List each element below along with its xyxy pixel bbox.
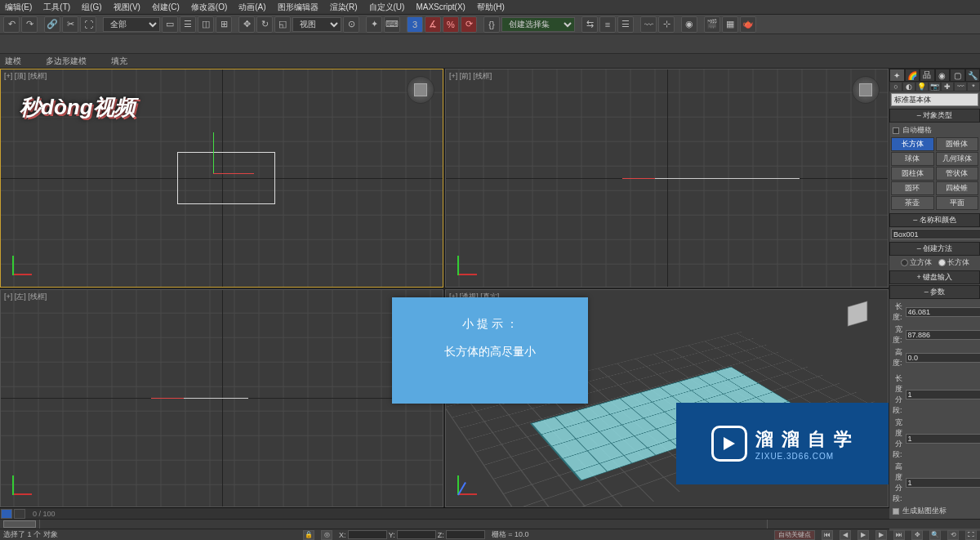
primitive-category[interactable]: 标准基本体 xyxy=(891,93,978,106)
sub-lights-icon[interactable]: 💡 xyxy=(915,82,929,91)
render-setup-button[interactable]: 🎬 xyxy=(704,16,720,33)
object-name-field[interactable] xyxy=(891,229,980,239)
coord-z-field[interactable] xyxy=(446,530,485,539)
width-segs-field[interactable] xyxy=(906,434,980,444)
coord-y-field[interactable] xyxy=(397,530,436,539)
unlink-button[interactable]: ✂ xyxy=(62,16,78,33)
named-sets-button[interactable]: {} xyxy=(483,16,500,33)
auto-key-button[interactable]: 自动关键点 xyxy=(774,530,815,540)
rollout-name-color[interactable]: – 名称和颜色 xyxy=(889,213,980,227)
sub-systems-icon[interactable]: * xyxy=(967,82,980,91)
viewport-label[interactable]: [+] [前] [线框] xyxy=(449,71,492,82)
sub-shapes-icon[interactable]: ◐ xyxy=(902,82,915,91)
auto-grid-check[interactable]: 自动栅格 xyxy=(891,124,978,136)
tab-motion-icon[interactable]: ◉ xyxy=(935,69,951,82)
sub-geometry-icon[interactable]: ○ xyxy=(889,82,902,91)
viewcube-icon[interactable] xyxy=(842,298,873,329)
prim-torus[interactable]: 圆环 xyxy=(891,181,934,195)
redo-button[interactable]: ↷ xyxy=(21,16,38,33)
keyboard-shortcut-button[interactable]: ⌨ xyxy=(384,16,400,33)
rollout-object-type[interactable]: – 对象类型 xyxy=(889,109,980,123)
prim-plane[interactable]: 平面 xyxy=(936,196,979,210)
playback-prev-icon[interactable]: ◀ xyxy=(840,530,851,540)
method-cube-radio[interactable]: 立方体 xyxy=(901,257,932,268)
menu-graph[interactable]: 图形编辑器 xyxy=(278,2,318,13)
render-frame-button[interactable]: ▦ xyxy=(722,16,738,33)
nav-max-icon[interactable]: ⛶ xyxy=(965,530,977,540)
length-field[interactable] xyxy=(906,307,980,317)
isolate-icon[interactable]: ◎ xyxy=(321,530,332,540)
render-button[interactable]: 🫖 xyxy=(740,16,756,33)
prim-teapot[interactable]: 茶壶 xyxy=(891,196,934,210)
rollout-keyboard-entry[interactable]: + 键盘输入 xyxy=(889,270,980,284)
playback-next-icon[interactable]: ▶ xyxy=(875,530,887,540)
track-key-icon[interactable] xyxy=(14,509,25,519)
ref-coord-select[interactable]: 视图 xyxy=(292,17,341,32)
align-button[interactable]: ≡ xyxy=(599,16,616,33)
height-segs-field[interactable] xyxy=(906,478,980,488)
tab-hierarchy-icon[interactable]: 品 xyxy=(920,69,935,82)
angle-snap-button[interactable]: ∡ xyxy=(425,16,441,33)
curve-editor-button[interactable]: 〰 xyxy=(640,16,657,33)
time-slider-handle[interactable] xyxy=(3,520,36,528)
playback-play-icon[interactable]: ▶ xyxy=(858,530,869,540)
viewcube-icon[interactable] xyxy=(852,76,880,104)
prim-box[interactable]: 长方体 xyxy=(891,137,934,151)
menu-edit[interactable]: 编辑(E) xyxy=(5,2,32,13)
named-sets-select[interactable]: 创建选择集 xyxy=(501,17,575,32)
menu-group[interactable]: 组(G) xyxy=(82,2,101,13)
prim-cylinder[interactable]: 圆柱体 xyxy=(891,167,934,181)
time-ruler[interactable] xyxy=(39,520,768,529)
schematic-button[interactable]: ⊹ xyxy=(658,16,675,33)
sub-spacewarps-icon[interactable]: 〰 xyxy=(954,82,967,91)
menu-create[interactable]: 创建(C) xyxy=(152,2,180,13)
manipulate-button[interactable]: ✦ xyxy=(366,16,382,33)
viewcube-icon[interactable] xyxy=(407,76,434,104)
menu-animation[interactable]: 动画(A) xyxy=(238,2,265,13)
ribbon-modeling[interactable]: 建模 xyxy=(5,56,21,67)
rollout-creation-method[interactable]: – 创建方法 xyxy=(889,242,980,256)
ribbon-populate[interactable]: 填充 xyxy=(111,56,127,67)
snap-toggle-button[interactable]: 3 xyxy=(407,16,423,33)
spinner-snap-button[interactable]: ⟳ xyxy=(461,16,477,33)
viewport-label[interactable]: [+] [顶] [线框] xyxy=(4,71,47,82)
rotate-button[interactable]: ↻ xyxy=(256,16,273,33)
scale-button[interactable]: ◱ xyxy=(274,16,291,33)
track-key-icon[interactable] xyxy=(1,509,12,519)
window-crossing-button[interactable]: ⊞ xyxy=(216,16,232,33)
nav-orbit-icon[interactable]: ⟲ xyxy=(947,530,959,540)
track-bar[interactable]: 0 / 100 xyxy=(0,507,980,519)
nav-zoom-icon[interactable]: 🔍 xyxy=(929,530,941,540)
menu-modifiers[interactable]: 修改器(O) xyxy=(191,2,227,13)
tab-utilities-icon[interactable]: 🔧 xyxy=(965,69,981,82)
prim-sphere[interactable]: 球体 xyxy=(891,152,934,166)
ribbon-polygon[interactable]: 多边形建模 xyxy=(46,56,87,67)
link-button[interactable]: 🔗 xyxy=(44,16,60,33)
tab-display-icon[interactable]: ▢ xyxy=(950,69,965,82)
menu-customize[interactable]: 自定义(U) xyxy=(369,2,405,13)
menu-tools[interactable]: 工具(T) xyxy=(43,2,70,13)
rollout-parameters[interactable]: – 参数 xyxy=(889,285,980,299)
lock-icon[interactable]: 🔒 xyxy=(303,530,314,540)
select-region-button[interactable]: ◫ xyxy=(198,16,214,33)
prim-pyramid[interactable]: 四棱锥 xyxy=(936,181,979,195)
undo-button[interactable]: ↶ xyxy=(3,16,20,33)
viewport-label[interactable]: [+] [左] [线框] xyxy=(4,292,47,302)
sub-cameras-icon[interactable]: 📷 xyxy=(929,82,942,91)
selection-filter[interactable]: 全部 xyxy=(103,17,160,32)
tab-create-icon[interactable]: ✦ xyxy=(889,69,905,82)
sub-helpers-icon[interactable]: ✚ xyxy=(941,82,954,91)
prim-cone[interactable]: 圆锥体 xyxy=(936,137,979,151)
prim-tube[interactable]: 管状体 xyxy=(936,167,979,181)
viewport-left[interactable]: [+] [左] [线框] xyxy=(0,289,443,508)
time-slider[interactable] xyxy=(0,519,980,529)
gen-mapping-check[interactable]: 生成贴图坐标 xyxy=(891,505,978,517)
viewport-front[interactable]: [+] [前] [线框] xyxy=(445,69,889,288)
percent-snap-button[interactable]: % xyxy=(443,16,459,33)
playback-end-icon[interactable]: ⏭ xyxy=(893,530,905,540)
nav-pan-icon[interactable]: ✥ xyxy=(911,530,923,540)
tab-modify-icon[interactable]: 🌈 xyxy=(905,69,920,82)
coord-x-field[interactable] xyxy=(348,530,387,539)
prim-geosphere[interactable]: 几何球体 xyxy=(936,152,979,166)
select-name-button[interactable]: ☰ xyxy=(180,16,196,33)
